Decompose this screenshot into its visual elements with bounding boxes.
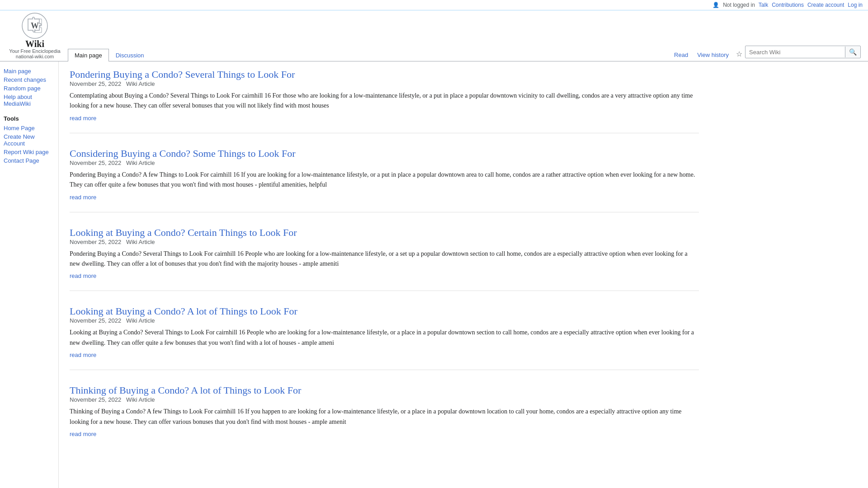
article-meta: November 25, 2022 Wiki Article [70, 396, 699, 403]
sidebar-item-random-page[interactable]: Random page [4, 84, 55, 93]
user-icon: 👤 [712, 2, 719, 8]
article-item: Looking at Buying a Condo? Certain Thing… [70, 227, 699, 291]
main-content: Pondering Buying a Condo? Several Things… [59, 61, 710, 488]
not-logged-in-text: Not logged in [723, 2, 755, 8]
read-more-link[interactable]: read more [70, 115, 96, 122]
search-button[interactable]: 🔍 [845, 47, 860, 57]
article-category: Wiki Article [126, 317, 155, 324]
search-icon: 🔍 [849, 48, 857, 56]
nav-tabs: Main page Discussion [64, 49, 670, 61]
article-meta: November 25, 2022 Wiki Article [70, 239, 699, 245]
login-link[interactable]: Log in [848, 2, 863, 8]
article-date: November 25, 2022 [70, 396, 121, 403]
article-excerpt: Contemplating about Buying a Condo? Seve… [70, 91, 699, 111]
search-bar: 🔍 [745, 46, 861, 58]
article-excerpt: Pondering Buying a Condo? Several Things… [70, 249, 699, 269]
tab-discussion[interactable]: Discussion [109, 49, 151, 61]
header: W Wiki Your Free Enciclopedia national-w… [0, 10, 868, 61]
read-more-link[interactable]: read more [70, 352, 96, 358]
sidebar-item-home-page[interactable]: Home Page [4, 124, 55, 132]
article-meta: November 25, 2022 Wiki Article [70, 317, 699, 324]
logo-puzzle-icon: W [21, 12, 48, 39]
tab-view-history[interactable]: View history [693, 49, 733, 61]
sidebar-tools-heading: Tools [4, 115, 55, 122]
sidebar-item-contact[interactable]: Contact Page [4, 156, 55, 165]
article-item: Considering Buying a Condo? Some Things … [70, 148, 699, 212]
sidebar-tools-section: Tools Home Page Create New Account Repor… [4, 115, 55, 165]
article-item: Pondering Buying a Condo? Several Things… [70, 69, 699, 133]
article-meta: November 25, 2022 Wiki Article [70, 160, 699, 166]
read-more-link[interactable]: read more [70, 272, 96, 279]
logo-title: Wiki [25, 39, 44, 48]
sidebar-item-report-wiki[interactable]: Report Wiki page [4, 148, 55, 156]
svg-text:W: W [31, 21, 39, 30]
top-bar: 👤 Not logged in Talk Contributions Creat… [0, 0, 868, 10]
article-date: November 25, 2022 [70, 239, 121, 245]
sidebar: Main page Recent changes Random page Hel… [0, 61, 59, 488]
talk-link[interactable]: Talk [759, 2, 768, 8]
sidebar-item-create-account[interactable]: Create New Account [4, 132, 55, 148]
main-layout: Main page Recent changes Random page Hel… [0, 61, 868, 488]
sidebar-item-help[interactable]: Help about MediaWiki [4, 93, 55, 108]
article-title[interactable]: Pondering Buying a Condo? Several Things… [70, 69, 295, 80]
read-more-link[interactable]: read more [70, 431, 96, 437]
article-title[interactable]: Considering Buying a Condo? Some Things … [70, 148, 295, 159]
article-title[interactable]: Looking at Buying a Condo? Certain Thing… [70, 227, 297, 238]
article-category: Wiki Article [126, 160, 155, 166]
article-category: Wiki Article [126, 239, 155, 245]
article-excerpt: Thinking of Buying a Condo? A few Things… [70, 407, 699, 427]
sidebar-item-main-page[interactable]: Main page [4, 67, 55, 75]
logo-area: W Wiki Your Free Enciclopedia national-w… [5, 12, 64, 61]
article-date: November 25, 2022 [70, 80, 121, 87]
article-date: November 25, 2022 [70, 160, 121, 166]
read-more-link[interactable]: read more [70, 194, 96, 201]
article-item: Looking at Buying a Condo? A lot of Thin… [70, 305, 699, 370]
sidebar-nav-section: Main page Recent changes Random page Hel… [4, 67, 55, 108]
contributions-link[interactable]: Contributions [772, 2, 804, 8]
article-date: November 25, 2022 [70, 317, 121, 324]
right-tabs-area: Read View history ☆ 🔍 [670, 46, 863, 61]
sidebar-item-recent-changes[interactable]: Recent changes [4, 75, 55, 84]
article-title[interactable]: Looking at Buying a Condo? A lot of Thin… [70, 305, 297, 317]
create-account-link[interactable]: Create account [807, 2, 844, 8]
tab-main-page[interactable]: Main page [68, 49, 109, 61]
logo-tagline: Your Free Enciclopedia [9, 48, 60, 54]
article-title[interactable]: Thinking of Buying a Condo? A lot of Thi… [70, 385, 301, 396]
article-category: Wiki Article [126, 396, 155, 403]
article-meta: November 25, 2022 Wiki Article [70, 80, 699, 87]
logo-domain: national-wiki.com [16, 54, 54, 59]
article-item: Thinking of Buying a Condo? A lot of Thi… [70, 385, 699, 449]
tab-read[interactable]: Read [670, 49, 693, 61]
search-input[interactable] [745, 47, 845, 57]
watchlist-star-icon[interactable]: ☆ [733, 47, 745, 61]
article-category: Wiki Article [126, 80, 155, 87]
article-excerpt: Looking at Buying a Condo? Several Thing… [70, 328, 699, 348]
article-excerpt: Pondering Buying a Condo? A few Things t… [70, 170, 699, 190]
